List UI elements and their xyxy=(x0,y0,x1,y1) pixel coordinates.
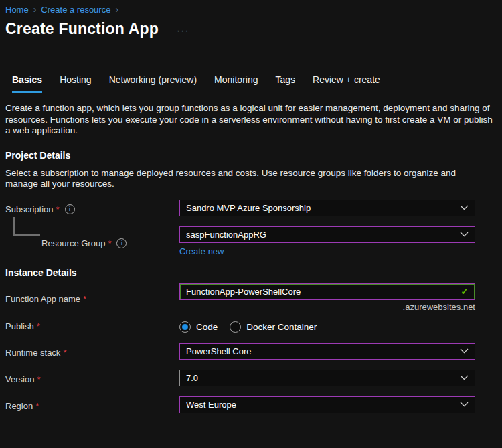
publish-radio-group: Code Docker Container xyxy=(179,320,329,333)
function-app-name-input[interactable]: FunctionApp-PowerShellCore ✓ xyxy=(179,283,475,300)
radio-option-docker-label: Docker Container xyxy=(246,322,317,332)
subscription-value: Sandro MVP Azure Sponsorship xyxy=(186,203,311,213)
function-app-name-label: Function App name * xyxy=(5,283,179,312)
more-options-icon[interactable]: ··· xyxy=(177,25,189,35)
domain-suffix: .azurewebsites.net xyxy=(179,302,475,312)
version-value: 7.0 xyxy=(186,373,198,383)
subscription-select[interactable]: Sandro MVP Azure Sponsorship xyxy=(179,200,475,216)
region-select[interactable]: West Europe xyxy=(179,396,475,413)
runtime-stack-label-text: Runtime stack xyxy=(5,348,60,358)
tab-monitoring[interactable]: Monitoring xyxy=(214,74,258,93)
subscription-label-text: Subscription xyxy=(5,204,54,214)
intro-text: Create a function app, which lets you gr… xyxy=(5,103,497,137)
radio-option-code[interactable]: Code xyxy=(179,321,218,333)
tab-networking-preview[interactable]: Networking (preview) xyxy=(109,74,197,93)
resource-group-value: saspFunctionAppRG xyxy=(186,230,266,240)
required-marker: * xyxy=(63,348,66,358)
chevron-down-icon xyxy=(460,402,469,407)
region-value: West Europe xyxy=(186,400,236,410)
runtime-stack-value: PowerShell Core xyxy=(186,346,252,356)
tab-basics[interactable]: Basics xyxy=(12,74,42,93)
runtime-stack-select[interactable]: PowerShell Core xyxy=(179,343,475,360)
radio-unselected-icon xyxy=(230,321,241,333)
version-label: Version * xyxy=(5,370,179,386)
title-row: Create Function App ··· xyxy=(5,20,497,38)
required-marker: * xyxy=(56,204,60,214)
chevron-down-icon xyxy=(460,348,469,354)
hierarchy-connector-line xyxy=(13,217,40,236)
project-details-heading: Project Details xyxy=(5,150,497,161)
breadcrumb: Home › Create a resource › xyxy=(5,4,497,15)
runtime-stack-row: Runtime stack * PowerShell Core xyxy=(5,343,497,360)
tab-hosting[interactable]: Hosting xyxy=(60,74,91,93)
project-details-description: Select a subscription to manage deployed… xyxy=(5,168,483,190)
radio-selected-icon xyxy=(179,321,191,333)
page-title: Create Function App xyxy=(5,20,159,38)
create-function-app-page: Home › Create a resource › Create Functi… xyxy=(0,0,502,448)
required-marker: * xyxy=(37,374,40,384)
publish-label-text: Publish xyxy=(5,321,34,331)
resource-group-label-text: Resource Group xyxy=(41,238,105,248)
function-app-name-controls: FunctionApp-PowerShellCore ✓ .azurewebsi… xyxy=(179,283,475,312)
function-app-name-value: FunctionApp-PowerShellCore xyxy=(186,287,301,297)
function-app-name-row: Function App name * FunctionApp-PowerShe… xyxy=(5,283,497,312)
basics-form: Subscription * i Sandro MVP Azure Sponso… xyxy=(5,200,497,413)
version-row: Version * 7.0 xyxy=(5,370,497,386)
info-icon[interactable]: i xyxy=(65,204,75,214)
resource-group-controls: saspFunctionAppRG Create new xyxy=(179,226,475,257)
radio-option-code-label: Code xyxy=(196,322,218,332)
chevron-down-icon xyxy=(460,375,469,380)
tab-tags[interactable]: Tags xyxy=(275,74,295,93)
resource-group-select[interactable]: saspFunctionAppRG xyxy=(179,226,475,243)
function-app-name-label-text: Function App name xyxy=(5,294,80,304)
tab-review-create[interactable]: Review + create xyxy=(313,74,380,93)
breadcrumb-link-home[interactable]: Home xyxy=(5,5,29,15)
tab-bar: Basics Hosting Networking (preview) Moni… xyxy=(5,74,497,93)
required-marker: * xyxy=(37,321,40,331)
resource-group-row: Resource Group * i saspFunctionAppRG Cre… xyxy=(5,226,497,257)
info-icon[interactable]: i xyxy=(116,238,127,248)
subscription-row: Subscription * i Sandro MVP Azure Sponso… xyxy=(5,200,497,216)
region-label: Region * xyxy=(5,396,179,413)
publish-label: Publish * xyxy=(5,320,179,333)
radio-option-docker-container[interactable]: Docker Container xyxy=(230,321,317,333)
create-new-link[interactable]: Create new xyxy=(179,246,224,256)
runtime-stack-label: Runtime stack * xyxy=(5,343,179,360)
version-label-text: Version xyxy=(5,374,34,384)
chevron-right-icon: › xyxy=(110,4,123,15)
required-marker: * xyxy=(35,401,39,411)
region-row: Region * West Europe xyxy=(5,396,497,413)
instance-details-heading: Instance Details xyxy=(5,267,497,278)
required-marker: * xyxy=(83,294,86,304)
required-marker: * xyxy=(108,238,111,248)
version-select[interactable]: 7.0 xyxy=(179,370,475,386)
subscription-label: Subscription * i xyxy=(5,200,179,216)
publish-row: Publish * Code Docker Container xyxy=(5,320,497,333)
chevron-down-icon xyxy=(460,232,469,237)
valid-check-icon: ✓ xyxy=(461,286,469,297)
chevron-down-icon xyxy=(460,205,469,210)
breadcrumb-link-create-a-resource[interactable]: Create a resource xyxy=(41,5,110,15)
chevron-right-icon: › xyxy=(29,4,41,15)
region-label-text: Region xyxy=(5,401,33,411)
